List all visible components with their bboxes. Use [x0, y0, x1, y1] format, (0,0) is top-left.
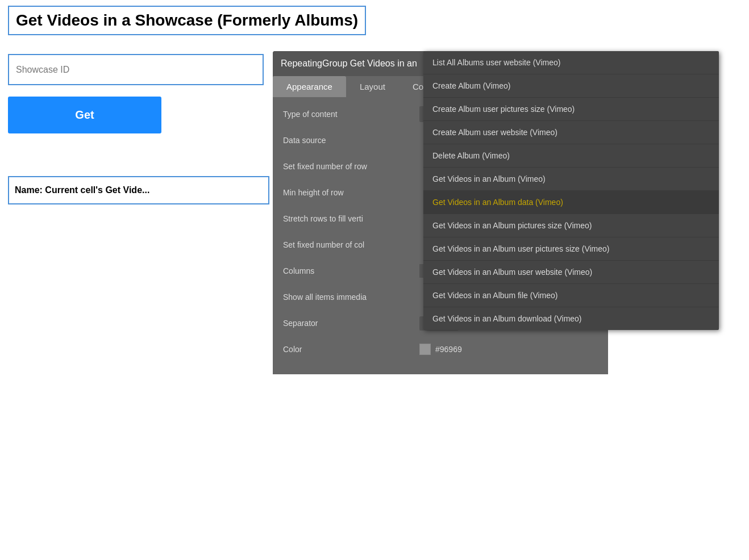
- dropdown-item-5[interactable]: Get Videos in an Album (Vimeo): [423, 168, 719, 191]
- set-fixed-rows-label: Set fixed number of row: [283, 162, 419, 171]
- stretch-rows-label: Stretch rows to fill verti: [283, 214, 419, 223]
- dropdown-item-3[interactable]: Create Album user website (Vimeo): [423, 121, 719, 144]
- dropdown-item-4[interactable]: Delete Album (Vimeo): [423, 144, 719, 168]
- dropdown-item-6[interactable]: Get Videos in an Album data (Vimeo): [423, 191, 719, 214]
- separator-label: Separator: [283, 319, 419, 328]
- tab-layout[interactable]: Layout: [346, 76, 399, 97]
- content-row: Name: Current cell's Get Vide...: [8, 176, 269, 204]
- dropdown-item-9[interactable]: Get Videos in an Album user website (Vim…: [423, 261, 719, 284]
- columns-label: Columns: [283, 266, 419, 275]
- dropdown-item-10[interactable]: Get Videos in an Album file (Vimeo): [423, 284, 719, 307]
- type-of-content-label: Type of content: [283, 110, 419, 119]
- show-all-label: Show all items immedia: [283, 292, 419, 302]
- color-label: Color: [283, 345, 419, 354]
- page-canvas: Get Videos in a Showcase (Formerly Album…: [0, 0, 749, 560]
- tab-appearance[interactable]: Appearance: [273, 76, 346, 97]
- min-height-label: Min height of row: [283, 188, 419, 197]
- color-swatch[interactable]: [419, 344, 431, 355]
- dropdown-item-8[interactable]: Get Videos in an Album user pictures siz…: [423, 237, 719, 261]
- data-source-label: Data source: [283, 136, 419, 145]
- dropdown-item-2[interactable]: Create Album user pictures size (Vimeo): [423, 98, 719, 121]
- dropdown-item-7[interactable]: Get Videos in an Album pictures size (Vi…: [423, 214, 719, 237]
- dropdown-item-1[interactable]: Create Album (Vimeo): [423, 74, 719, 98]
- dropdown-item-11[interactable]: Get Videos in an Album download (Vimeo): [423, 307, 719, 330]
- get-button[interactable]: Get: [8, 97, 161, 133]
- color-hex: #96969: [435, 345, 462, 354]
- page-title: Get Videos in a Showcase (Formerly Album…: [8, 6, 366, 35]
- showcase-id-input[interactable]: [8, 54, 264, 85]
- type-dropdown-list[interactable]: List All Albums user website (Vimeo) Cre…: [423, 51, 719, 330]
- color-value[interactable]: #96969: [419, 344, 598, 355]
- dropdown-item-0[interactable]: List All Albums user website (Vimeo): [423, 51, 719, 74]
- color-row: Color #96969: [283, 340, 598, 358]
- set-fixed-cols-label: Set fixed number of col: [283, 240, 419, 249]
- content-row-label: Name: Current cell's Get Vide...: [15, 185, 149, 195]
